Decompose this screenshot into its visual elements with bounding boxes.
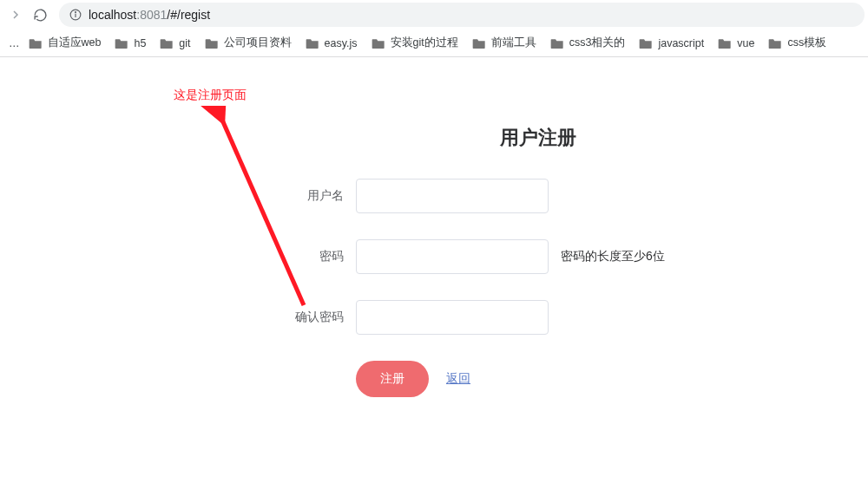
folder-icon [718, 37, 732, 49]
bookmark-label: 公司项目资料 [224, 36, 292, 50]
bookmark-item[interactable]: easy.js [299, 34, 365, 53]
folder-icon [306, 37, 319, 49]
bookmark-item[interactable]: git [153, 34, 197, 53]
page-content: 这是注册页面 用户注册 用户名 密码 密码的长度至少6位 确认密码 注册 返回 [0, 57, 868, 397]
info-icon [69, 9, 82, 21]
bookmark-label: css模板 [787, 36, 826, 50]
bookmark-label: git [179, 37, 190, 49]
bookmark-item[interactable]: 前端工具 [465, 32, 543, 54]
bookmark-item[interactable]: 自适应web [22, 32, 108, 54]
folder-icon [768, 37, 782, 49]
bookmark-label: css3相关的 [569, 36, 626, 50]
folder-icon [160, 37, 174, 49]
username-row: 用户名 [260, 179, 746, 213]
folder-icon [205, 37, 219, 49]
reload-button[interactable] [28, 3, 52, 27]
folder-icon [29, 37, 43, 49]
bookmark-label: 前端工具 [491, 36, 536, 50]
confirm-password-label: 确认密码 [260, 310, 356, 325]
bookmark-item[interactable]: … [3, 34, 22, 53]
bookmarks-bar: … 自适应web h5 git 公司项目资料 easy.js 安装git的过程 … [0, 29, 868, 57]
bookmark-label: 安装git的过程 [391, 36, 458, 50]
back-link[interactable]: 返回 [446, 371, 470, 387]
bookmark-item[interactable]: 公司项目资料 [198, 32, 299, 54]
url-host: localhost [89, 8, 136, 22]
username-input[interactable] [356, 179, 549, 213]
svg-point-2 [76, 12, 76, 13]
folder-icon [372, 37, 385, 49]
url-path: /#/regist [167, 8, 210, 22]
browser-toolbar: localhost:8081/#/regist [0, 0, 868, 29]
folder-icon [550, 37, 564, 49]
bookmark-label-partial: … [9, 37, 20, 49]
bookmark-label: h5 [134, 37, 146, 49]
forward-button[interactable] [3, 3, 28, 27]
bookmark-label: easy.js [325, 37, 358, 49]
bookmark-item[interactable]: css3相关的 [543, 32, 633, 54]
form-actions: 注册 返回 [356, 361, 746, 397]
folder-icon [115, 37, 128, 49]
annotation-text: 这是注册页面 [174, 88, 247, 103]
password-input[interactable] [356, 239, 549, 274]
url-bar[interactable]: localhost:8081/#/regist [59, 3, 865, 27]
bookmark-label: vue [737, 37, 754, 49]
confirm-password-row: 确认密码 [260, 300, 746, 335]
password-label: 密码 [260, 249, 356, 264]
bookmark-item[interactable]: vue [711, 34, 761, 53]
bookmark-item[interactable]: h5 [108, 34, 153, 53]
password-hint: 密码的长度至少6位 [561, 249, 665, 264]
confirm-password-input[interactable] [356, 300, 549, 335]
folder-icon [639, 37, 653, 49]
bookmark-item[interactable]: css模板 [761, 32, 833, 54]
register-button[interactable]: 注册 [356, 361, 429, 397]
bookmark-item[interactable]: javascript [632, 34, 711, 53]
username-label: 用户名 [260, 188, 356, 204]
register-form: 用户注册 用户名 密码 密码的长度至少6位 确认密码 注册 返回 [260, 125, 746, 397]
bookmark-label: javascript [658, 37, 704, 49]
bookmark-item[interactable]: 安装git的过程 [365, 32, 465, 54]
password-row: 密码 密码的长度至少6位 [260, 239, 746, 274]
folder-icon [472, 37, 486, 49]
url-port: :8081 [136, 8, 167, 22]
bookmark-label: 自适应web [48, 36, 102, 50]
form-title: 用户注册 [330, 125, 746, 151]
